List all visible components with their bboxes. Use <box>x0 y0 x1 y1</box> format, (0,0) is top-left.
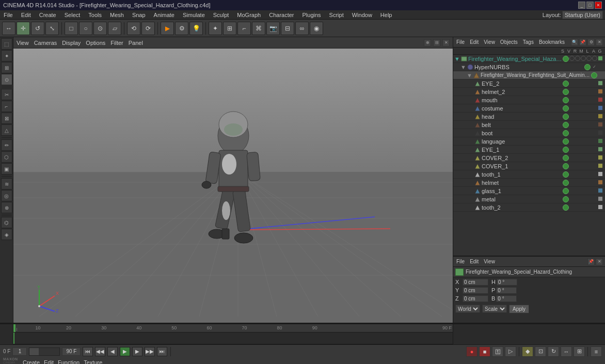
left-tool-1[interactable]: ⬚ <box>1 38 12 50</box>
tl-key-all-btn[interactable]: ⚿ <box>492 346 503 357</box>
hyper-check[interactable]: ✓ <box>591 64 597 70</box>
obj-settings-icon[interactable]: ⚙ <box>587 39 595 46</box>
tl-list-btn[interactable]: ≡ <box>591 346 602 357</box>
render-settings-btn[interactable]: ⚙ <box>175 22 188 35</box>
obj-bookmarks-menu[interactable]: Bookmarks <box>538 39 566 45</box>
mouth-vis[interactable] <box>563 97 569 103</box>
menu-script[interactable]: Script <box>328 11 345 19</box>
layout-value[interactable]: Startup (User) <box>562 11 603 19</box>
tree-item-cover1[interactable]: COVER_1 <box>453 162 605 170</box>
move-tool-btn[interactable]: ↔ <box>2 22 15 35</box>
root-dot-2[interactable] <box>569 56 575 61</box>
mat-close-icon[interactable]: ✕ <box>596 258 603 265</box>
create-cylinder-btn[interactable]: ⊙ <box>93 22 107 35</box>
bulb-btn[interactable]: ◉ <box>310 22 323 35</box>
tree-item-boot[interactable]: boot <box>453 129 605 137</box>
menu-simulate[interactable]: Simulate <box>181 11 206 19</box>
shelf-create-menu[interactable]: Create <box>23 359 40 365</box>
tl-prev-frame-btn[interactable]: ◀ <box>107 347 118 356</box>
left-tool-7[interactable]: ⊠ <box>1 113 12 124</box>
shelf-texture-menu[interactable]: Texture <box>84 359 102 365</box>
create-sphere-btn[interactable]: ○ <box>79 22 92 35</box>
left-tool-9[interactable]: ✏ <box>1 139 12 151</box>
create-cube-btn[interactable]: □ <box>65 22 78 35</box>
left-tool-5[interactable]: ✂ <box>1 89 12 100</box>
eye1-vis[interactable] <box>563 147 569 153</box>
left-tool-2[interactable]: ✦ <box>1 50 12 61</box>
obj-file-menu[interactable]: File <box>455 39 466 45</box>
obj-view-menu[interactable]: View <box>483 39 496 45</box>
menu-mesh[interactable]: Mesh <box>108 11 125 19</box>
tl-prev-key-btn[interactable]: ◀◀ <box>95 347 105 356</box>
tree-item-belt[interactable]: belt <box>453 121 605 129</box>
maximize-button[interactable]: □ <box>586 2 594 9</box>
vp-menu-view[interactable]: View <box>17 40 29 46</box>
glass1-vis[interactable] <box>563 188 569 194</box>
tl-play-btn[interactable]: ▶ <box>120 347 130 356</box>
minimize-button[interactable]: _ <box>578 2 585 9</box>
left-tool-12[interactable]: ≋ <box>1 178 12 189</box>
menu-window[interactable]: Window <box>351 11 374 19</box>
suit-expand-icon[interactable]: ▼ <box>467 72 472 78</box>
create-plane-btn[interactable]: ▱ <box>108 22 121 35</box>
left-tool-6[interactable]: ⌐ <box>1 101 12 112</box>
menu-file[interactable]: File <box>2 11 14 19</box>
undo-btn[interactable]: ⟲ <box>127 22 140 35</box>
shelf-edit-menu[interactable]: Edit <box>44 359 54 365</box>
tree-item-helmet[interactable]: helmet <box>453 179 605 187</box>
floor-btn[interactable]: ⊟ <box>281 22 294 35</box>
left-tool-4[interactable]: ⊙ <box>1 74 12 85</box>
tree-item-metal[interactable]: metal <box>453 195 605 203</box>
fps-input[interactable] <box>12 347 27 356</box>
root-dot-6[interactable] <box>592 56 597 61</box>
tl-keyframe-btn[interactable]: ◆ <box>522 346 533 357</box>
mat-pin-icon[interactable]: 📌 <box>587 258 595 265</box>
tree-item-eye2[interactable]: EYE_2 <box>453 80 605 88</box>
menu-select[interactable]: Select <box>63 11 82 19</box>
head-vis[interactable] <box>563 114 569 120</box>
tree-item-hyper[interactable]: ▼ HyperNURBS ✓ <box>453 63 605 71</box>
viewport-canvas[interactable]: Perspective <box>13 49 453 323</box>
cover1-vis[interactable] <box>563 163 569 169</box>
tl-motion-btn[interactable]: ⊡ <box>535 346 546 357</box>
mat-view-btn[interactable]: View <box>483 259 496 264</box>
tl-preview-btn[interactable]: ▷ <box>505 346 516 357</box>
obj-tags-menu[interactable]: Tags <box>522 39 535 45</box>
tree-item-suit[interactable]: ▼ Firefighter_Wearing_Firefighting_Suit_… <box>453 71 605 80</box>
tl-snap-btn[interactable]: ⊞ <box>574 346 585 357</box>
tl-next-frame-btn[interactable]: ▶ <box>132 347 142 356</box>
tooth1-vis[interactable] <box>563 171 569 178</box>
shelf-function-menu[interactable]: Function <box>58 359 79 365</box>
vp-menu-panel[interactable]: Panel <box>129 40 143 46</box>
tree-item-helmet2[interactable]: helmet_2 <box>453 88 605 96</box>
language-vis[interactable] <box>563 138 569 145</box>
vp-menu-filter[interactable]: Filter <box>110 40 123 46</box>
z-value[interactable]: 0 cm <box>463 295 488 302</box>
window-controls[interactable]: _ □ ✕ <box>578 2 602 9</box>
tree-item-tooth1[interactable]: tooth_1 <box>453 170 605 179</box>
infinity-btn[interactable]: ∞ <box>295 22 309 35</box>
tree-item-head[interactable]: head <box>453 113 605 121</box>
menu-create[interactable]: Create <box>38 11 58 19</box>
render-view-btn[interactable]: ▶ <box>161 22 174 35</box>
camera-btn[interactable]: 📷 <box>266 22 280 35</box>
cover2-vis[interactable] <box>563 155 569 161</box>
obj-close-icon[interactable]: ✕ <box>596 39 603 46</box>
null-btn[interactable]: ✦ <box>209 22 222 35</box>
helmet-vis[interactable] <box>563 180 569 186</box>
tree-item-mouth[interactable]: mouth <box>453 96 605 104</box>
effector-btn[interactable]: ⌘ <box>252 22 265 35</box>
left-tool-15[interactable]: ⌬ <box>1 217 12 228</box>
y-value[interactable]: 0 cm <box>463 287 488 294</box>
obj-pin-icon[interactable]: 📌 <box>579 39 586 46</box>
root-vis-dot[interactable] <box>563 56 569 62</box>
group-btn[interactable]: ⊞ <box>223 22 236 35</box>
left-tool-13[interactable]: ◎ <box>1 190 12 201</box>
apply-button[interactable]: Apply <box>509 305 529 313</box>
h-value[interactable]: 0 ° <box>497 279 517 286</box>
b-value[interactable]: 0 ° <box>496 295 517 302</box>
vp-icon-3[interactable]: ✕ <box>442 39 450 46</box>
object-tree[interactable]: ▼ Firefighter_Wearing_Special_Hazard_Clo… <box>453 55 605 256</box>
left-tool-11[interactable]: ▣ <box>1 163 12 175</box>
belt-vis[interactable] <box>563 122 569 128</box>
